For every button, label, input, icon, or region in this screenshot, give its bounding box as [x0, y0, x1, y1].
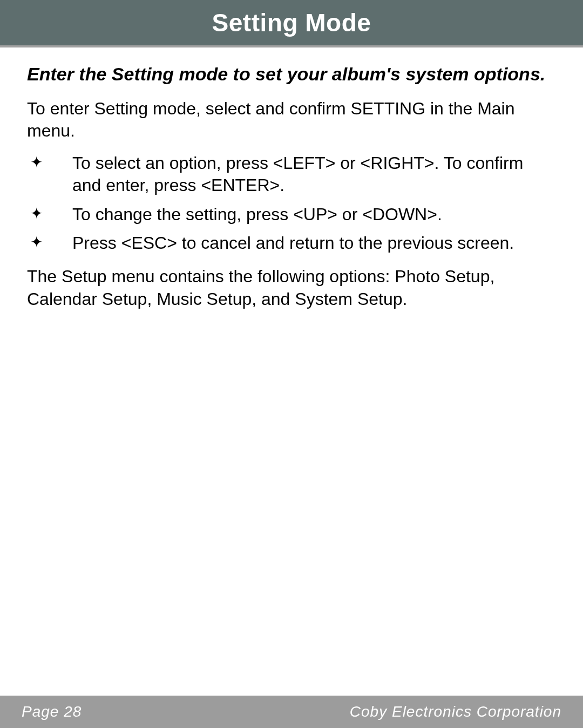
- company-name: Coby Electronics Corporation: [350, 703, 561, 720]
- list-item: ✦ Press <ESC> to cancel and return to th…: [27, 232, 556, 255]
- bullet-text: Press <ESC> to cancel and return to the …: [72, 232, 514, 255]
- list-item: ✦ To change the setting, press <UP> or <…: [27, 203, 556, 226]
- page-number: Page 28: [22, 703, 82, 720]
- page-title: Setting Mode: [212, 8, 371, 37]
- header-bar: Setting Mode: [0, 0, 583, 47]
- list-item: ✦ To select an option, press <LEFT> or <…: [27, 152, 556, 197]
- outro-text: The Setup menu contains the following op…: [27, 266, 556, 310]
- sparkle-icon: ✦: [30, 232, 45, 253]
- content-area: Enter the Setting mode to set your album…: [0, 47, 583, 310]
- footer-bar: Page 28 Coby Electronics Corporation: [0, 696, 583, 728]
- intro-text: To enter Setting mode, select and confir…: [27, 98, 556, 142]
- sparkle-icon: ✦: [30, 203, 45, 224]
- bullet-text: To change the setting, press <UP> or <DO…: [72, 203, 442, 226]
- bullet-text: To select an option, press <LEFT> or <RI…: [72, 152, 556, 197]
- sparkle-icon: ✦: [30, 152, 45, 173]
- subtitle: Enter the Setting mode to set your album…: [27, 63, 556, 86]
- bullet-list: ✦ To select an option, press <LEFT> or <…: [27, 152, 556, 255]
